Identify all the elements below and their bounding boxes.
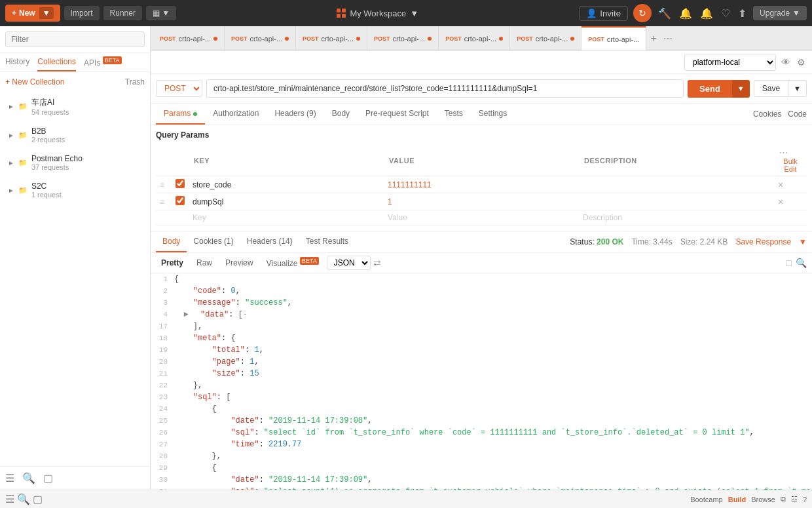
visualize-beta-badge: BETA: [300, 257, 319, 265]
collection-item[interactable]: ► 📁 车店AI 54 requests: [0, 92, 150, 121]
browse-button[interactable]: Browse: [751, 495, 775, 503]
tab-settings[interactable]: Settings: [471, 104, 515, 125]
environment-select[interactable]: platform-local: [684, 54, 776, 71]
param-key-input[interactable]: [193, 197, 380, 206]
params-more-button[interactable]: ⋯: [779, 147, 788, 157]
param-checkbox[interactable]: [175, 196, 185, 205]
url-input[interactable]: [206, 79, 684, 98]
tab-body[interactable]: Body: [324, 104, 358, 125]
invite-button[interactable]: 👤 Invite: [579, 6, 628, 21]
runner-button[interactable]: Runner: [103, 6, 142, 20]
collection-item[interactable]: ► 📁 B2B 2 requests: [0, 121, 150, 149]
request-tab[interactable]: POST crto-api-...: [296, 26, 367, 50]
save-button[interactable]: Save: [754, 81, 788, 96]
sidebar-search-icon[interactable]: 🔍: [22, 472, 35, 484]
import-button[interactable]: Import: [64, 6, 100, 20]
upload-icon[interactable]: ⬆: [737, 6, 748, 21]
format-tab-visualize[interactable]: Visualize BETA: [261, 256, 324, 269]
bottom-help-icon[interactable]: ?: [803, 495, 807, 503]
bootcamp-button[interactable]: Bootcamp: [690, 495, 723, 503]
bulk-edit-button[interactable]: Bulk Edit: [779, 157, 802, 173]
code-line: 22 },: [151, 380, 812, 391]
param-description-input[interactable]: [583, 197, 770, 206]
upgrade-button[interactable]: Upgrade ▼: [753, 6, 807, 20]
response-tab-body[interactable]: Body: [156, 231, 187, 252]
cookies-link[interactable]: Cookies: [753, 109, 781, 119]
param-value-input[interactable]: [388, 180, 575, 189]
format-tab-preview[interactable]: Preview: [220, 257, 259, 269]
code-link[interactable]: Code: [788, 109, 807, 119]
response-tab-cookies[interactable]: Cookies (1): [187, 231, 240, 252]
delete-param-button[interactable]: ×: [778, 180, 783, 190]
sidebar-tab-history[interactable]: History: [5, 57, 29, 71]
add-tab-button[interactable]: +: [646, 33, 660, 45]
drag-handle[interactable]: ≡: [160, 197, 164, 206]
collection-list: ► 📁 车店AI 54 requests ► 📁 B2B 2 requests …: [0, 92, 150, 466]
request-tab[interactable]: POST crto-api-...: [153, 26, 225, 50]
bottom-search-icon[interactable]: 🔍: [17, 493, 30, 505]
new-dropdown-arrow[interactable]: ▼: [39, 7, 54, 19]
env-settings-icon[interactable]: ⚙: [796, 56, 807, 69]
env-eye-icon[interactable]: 👁: [780, 56, 792, 69]
sidebar-window-icon[interactable]: ▢: [43, 472, 53, 484]
param-checkbox[interactable]: [175, 179, 185, 188]
wrench-icon[interactable]: 🔨: [657, 6, 673, 21]
format-select[interactable]: JSON: [327, 256, 371, 270]
drag-handle[interactable]: ≡: [160, 180, 164, 189]
save-response-dropdown[interactable]: ▼: [799, 237, 807, 246]
bell-icon[interactable]: 🔔: [678, 6, 693, 21]
sidebar-tab-collections[interactable]: Collections: [37, 57, 76, 71]
view-button[interactable]: ▦ ▼: [146, 6, 176, 20]
method-select[interactable]: POST: [156, 80, 202, 97]
param-key-input-placeholder[interactable]: [193, 213, 380, 222]
heart-icon[interactable]: ♡: [720, 6, 731, 21]
response-body[interactable]: 1{ 2 "code": 0, 3 "message": "success", …: [151, 273, 812, 490]
request-tab[interactable]: POST crto-api-...: [367, 26, 439, 50]
param-key-input[interactable]: [193, 180, 380, 189]
sidebar-layout-icon[interactable]: ☰: [5, 472, 14, 484]
request-tab[interactable]: POST crto-api-...: [439, 26, 510, 50]
sidebar-tab-apis[interactable]: APIs BETA: [84, 57, 122, 71]
new-button[interactable]: + New ▼: [5, 5, 60, 22]
param-value-input-placeholder[interactable]: [388, 213, 575, 222]
collection-item[interactable]: ► 📁 Postman Echo 37 requests: [0, 149, 150, 176]
tab-headers[interactable]: Headers (9): [267, 104, 323, 125]
param-description-input-placeholder[interactable]: [583, 213, 770, 222]
copy-icon[interactable]: □: [786, 258, 792, 268]
collection-item[interactable]: ► 📁 S2C 1 request: [0, 176, 150, 204]
format-wrap-icon[interactable]: ⇄: [373, 258, 381, 268]
sync-button[interactable]: ↻: [633, 4, 652, 22]
param-description-input[interactable]: [583, 180, 770, 189]
bottom-layout2-icon[interactable]: ⧉: [781, 495, 786, 503]
response-tab-headers[interactable]: Headers (14): [240, 231, 299, 252]
build-button[interactable]: Build: [728, 495, 747, 503]
bottom-browser-icon[interactable]: ▢: [33, 493, 43, 505]
env-bar: platform-local 👁 ⚙: [151, 51, 812, 74]
format-tab-raw[interactable]: Raw: [191, 257, 217, 269]
delete-param-button[interactable]: ×: [778, 197, 783, 207]
send-button[interactable]: Send: [688, 80, 732, 98]
tab-pre-request[interactable]: Pre-request Script: [358, 104, 437, 125]
save-response-button[interactable]: Save Response: [735, 237, 791, 246]
tab-authorization[interactable]: Authorization: [205, 104, 267, 125]
request-tab-active[interactable]: POST crto-api-...: [581, 26, 646, 50]
format-tab-pretty[interactable]: Pretty: [156, 257, 189, 269]
trash-button[interactable]: Trash: [125, 77, 145, 87]
send-dropdown-button[interactable]: ▼: [732, 80, 750, 98]
response-tab-test-results[interactable]: Test Results: [299, 231, 355, 252]
chevron-right-icon: ►: [8, 187, 14, 194]
search-icon[interactable]: 🔍: [796, 258, 807, 268]
notification-icon[interactable]: 🔔: [699, 6, 714, 21]
request-tab[interactable]: POST crto-api-...: [510, 26, 581, 50]
tab-tests[interactable]: Tests: [437, 104, 471, 125]
request-tab[interactable]: POST crto-api-...: [225, 26, 296, 50]
tabs-more-button[interactable]: ⋯: [661, 33, 675, 44]
search-input[interactable]: [5, 31, 145, 47]
bottom-icon2[interactable]: ☳: [791, 495, 798, 503]
param-value-input[interactable]: [388, 197, 575, 206]
workspace-switcher[interactable]: My Workspace ▼: [337, 9, 418, 18]
save-dropdown-button[interactable]: ▼: [788, 81, 806, 96]
tab-params[interactable]: Params: [156, 104, 205, 125]
new-collection-button[interactable]: + New Collection: [5, 77, 64, 87]
bottom-layout-icon[interactable]: ☰: [5, 493, 14, 505]
